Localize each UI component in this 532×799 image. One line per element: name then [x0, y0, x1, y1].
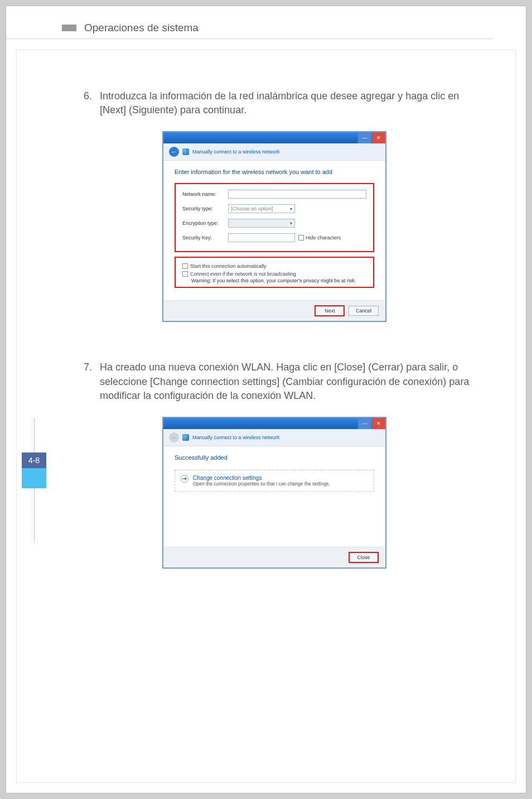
- header-decoration: [62, 25, 76, 31]
- minimize-icon[interactable]: —: [358, 132, 371, 143]
- step-number: 7.: [79, 360, 92, 403]
- warning-text: Warning: If you select this option, your…: [191, 278, 366, 283]
- wizard-body: Enter information for the wireless netwo…: [163, 161, 385, 300]
- arrow-right-icon: ➔: [181, 475, 188, 483]
- back-button[interactable]: ←: [169, 147, 179, 157]
- close-button[interactable]: Close: [349, 552, 379, 563]
- step-number: 6.: [79, 89, 92, 117]
- label-encryption-type: Encryption type:: [182, 220, 228, 226]
- wizard-title: Manually connect to a wireless network: [192, 435, 280, 440]
- wizard-footer: Next Cancel: [163, 300, 385, 321]
- page-number-accent: [22, 468, 46, 488]
- breadcrumb-bar: ← Manually connect to a wireless network: [163, 429, 385, 446]
- close-icon[interactable]: ✕: [372, 132, 385, 143]
- chevron-down-icon: ▾: [290, 206, 292, 211]
- start-auto-label: Start this connection automatically: [190, 263, 267, 269]
- security-type-select[interactable]: [Choose an option] ▾: [228, 204, 295, 213]
- change-settings-subtitle: Open the connection properties so that I…: [193, 481, 330, 487]
- security-key-input[interactable]: [228, 233, 295, 242]
- header-title: Operaciones de sistema: [84, 22, 199, 34]
- back-button-disabled: ←: [169, 432, 179, 442]
- label-network-name: Network name:: [182, 191, 228, 197]
- close-icon[interactable]: ✕: [372, 418, 385, 429]
- highlighted-options-area: Start this connection automatically Conn…: [175, 257, 374, 288]
- next-button[interactable]: Next: [315, 305, 345, 316]
- label-security-key: Security Key:: [182, 235, 228, 240]
- not-broadcasting-checkbox[interactable]: [182, 271, 188, 277]
- page-number: 4-8: [22, 453, 46, 468]
- titlebar: — ✕: [163, 418, 385, 429]
- step-6: 6. Introduzca la información de la red i…: [79, 89, 470, 117]
- step-text: Ha creado una nueva conexión WLAN. Haga …: [100, 360, 470, 403]
- minimize-icon[interactable]: —: [358, 418, 371, 429]
- hide-characters-checkbox[interactable]: [298, 235, 304, 240]
- change-settings-title: Change connection settings: [193, 475, 330, 481]
- wireless-icon: [182, 434, 189, 441]
- security-type-value: [Choose an option]: [231, 206, 273, 211]
- encryption-type-select: ▾: [228, 219, 295, 228]
- wizard-success: — ✕ ← Manually connect to a wireless net…: [163, 417, 386, 568]
- label-security-type: Security type:: [182, 206, 228, 211]
- wizard-add-network: — ✕ ← Manually connect to a wireless net…: [163, 132, 386, 321]
- hide-characters-label: Hide characters: [306, 235, 341, 240]
- page-header: Operaciones de sistema: [62, 22, 492, 34]
- start-auto-checkbox[interactable]: [182, 263, 188, 269]
- wizard-title: Manually connect to a wireless network: [192, 149, 280, 155]
- document-page: Operaciones de sistema 4-8 6. Introduzca…: [6, 6, 526, 793]
- chevron-down-icon: ▾: [290, 221, 292, 226]
- highlighted-form-area: Network name: Security type: [Choose an …: [175, 183, 374, 252]
- header-divider: [6, 38, 492, 39]
- wizard-heading: Successfully added: [175, 454, 374, 461]
- wizard-footer: Close: [163, 547, 385, 567]
- step-7: 7. Ha creado una nueva conexión WLAN. Ha…: [79, 360, 470, 403]
- network-name-input[interactable]: [228, 190, 366, 199]
- wireless-icon: [182, 148, 189, 155]
- side-page-indicator: 4-8: [22, 419, 46, 541]
- not-broadcasting-label: Connect even if the network is not broad…: [190, 271, 296, 277]
- step-text: Introduzca la información de la red inal…: [100, 89, 470, 117]
- breadcrumb-bar: ← Manually connect to a wireless network: [163, 143, 385, 161]
- wizard-body: Successfully added ➔ Change connection s…: [163, 446, 385, 547]
- titlebar: — ✕: [163, 132, 385, 143]
- change-settings-link[interactable]: ➔ Change connection settings Open the co…: [175, 470, 374, 492]
- cancel-button[interactable]: Cancel: [349, 306, 379, 316]
- wizard-heading: Enter information for the wireless netwo…: [175, 169, 374, 175]
